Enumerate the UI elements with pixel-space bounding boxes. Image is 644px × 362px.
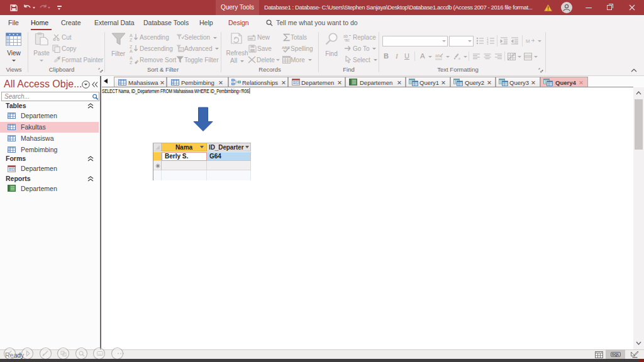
- svg-text:ac: ac: [345, 38, 350, 41]
- svg-text:ab: ab: [435, 53, 440, 58]
- svg-text:Z: Z: [130, 45, 133, 49]
- svg-text:Z: Z: [130, 38, 133, 41]
- svg-text:A: A: [130, 49, 133, 53]
- svg-text:M: M: [526, 38, 530, 44]
- svg-text:A: A: [130, 56, 133, 60]
- svg-text:Z: Z: [130, 60, 133, 64]
- svg-text:A: A: [130, 33, 133, 38]
- svg-text:3: 3: [487, 42, 489, 45]
